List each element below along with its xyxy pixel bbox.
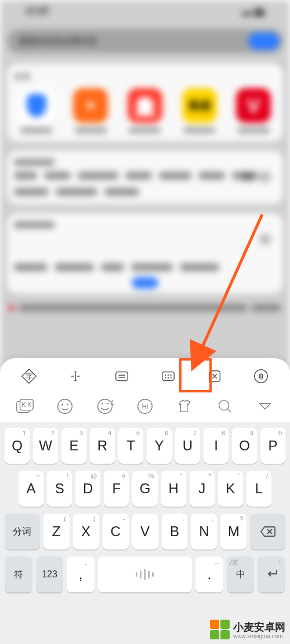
key-x[interactable]: )X xyxy=(73,514,99,550)
svg-text:K K: K K xyxy=(21,402,31,408)
keyboard-switch-icon[interactable] xyxy=(156,364,180,388)
status-indicators: ▬ ▮▮ xyxy=(242,6,264,17)
emoji-laugh-icon[interactable] xyxy=(85,394,125,419)
global-search[interactable]: 搜索本机和全网内容 xyxy=(7,29,283,53)
hot-chip[interactable] xyxy=(55,263,94,271)
segment-key[interactable]: 分词 xyxy=(5,514,40,550)
key-y[interactable]: 6Y xyxy=(147,428,172,464)
key-t[interactable]: 5T xyxy=(118,428,143,464)
key-s[interactable]: !S xyxy=(47,471,72,507)
history-chip[interactable] xyxy=(78,172,118,180)
app-item[interactable] xyxy=(68,88,114,133)
key-u[interactable]: 7U xyxy=(175,428,200,464)
play-icon xyxy=(73,88,108,123)
space-key[interactable] xyxy=(98,556,192,592)
tshirt-icon[interactable] xyxy=(165,394,205,419)
tutorial-highlight xyxy=(179,358,212,392)
svg-point-7 xyxy=(171,374,172,376)
kk-icon[interactable]: K K xyxy=(5,394,45,419)
hot-chip[interactable] xyxy=(101,263,124,271)
apps-card: 应用 xyxy=(7,64,283,141)
history-chip[interactable] xyxy=(159,172,191,180)
key-f[interactable]: #F xyxy=(104,471,129,507)
key-i[interactable]: 8I xyxy=(204,428,229,464)
enter-icon xyxy=(264,567,279,581)
key-r[interactable]: 4R xyxy=(90,428,115,464)
app-item[interactable] xyxy=(14,88,59,133)
key-k[interactable]: 'K xyxy=(218,471,243,507)
key-h[interactable]: "H xyxy=(161,471,186,507)
hot-chip[interactable] xyxy=(14,263,48,271)
cursor-icon[interactable] xyxy=(63,364,88,388)
voice-wave-icon[interactable] xyxy=(249,364,273,388)
search-go-button[interactable] xyxy=(248,32,280,50)
weibo-icon xyxy=(128,88,162,123)
status-time: 17:07 xyxy=(26,6,49,17)
svg-point-9 xyxy=(168,377,169,379)
clipboard-icon[interactable] xyxy=(110,364,134,388)
backspace-icon xyxy=(260,526,276,537)
hot-more-button[interactable] xyxy=(132,277,158,289)
watermark-title: 小麦安卓网 xyxy=(233,621,285,633)
key-p[interactable]: 0P xyxy=(260,428,285,464)
period-key[interactable]: ... . xyxy=(195,556,223,592)
emoji-wink-icon[interactable] xyxy=(45,394,85,419)
history-chip[interactable] xyxy=(125,172,152,180)
svg-point-16 xyxy=(57,399,72,414)
history-chip[interactable] xyxy=(14,172,37,180)
search-icon[interactable] xyxy=(205,394,245,419)
hot-chip[interactable] xyxy=(131,263,173,271)
key-q[interactable]: 1Q xyxy=(5,428,30,464)
hi-icon[interactable]: Hi xyxy=(125,394,165,419)
key-v[interactable]: _V xyxy=(132,514,158,550)
card-action-icon[interactable] xyxy=(260,234,270,245)
svg-text:Hi: Hi xyxy=(142,403,148,410)
key-l[interactable]: /L xyxy=(246,471,271,507)
app-item[interactable] xyxy=(177,88,222,133)
key-z[interactable]: (Z xyxy=(44,514,70,550)
comma-key[interactable]: 。 , xyxy=(67,556,95,592)
history-chip[interactable] xyxy=(198,172,225,180)
status-bar: 17:07 ▬ ▮▮ xyxy=(5,0,285,23)
history-chip[interactable] xyxy=(44,172,71,180)
key-b[interactable]: :B xyxy=(162,514,188,550)
symbols-key[interactable]: 符 xyxy=(5,556,32,592)
app-item[interactable] xyxy=(122,88,168,133)
news-line[interactable] xyxy=(9,304,281,312)
history-card-title xyxy=(14,159,55,166)
app-item[interactable] xyxy=(231,88,276,133)
card-action-icon[interactable] xyxy=(260,172,270,182)
mic-icon xyxy=(136,569,154,580)
hot-chip[interactable] xyxy=(180,263,219,271)
history-chip[interactable] xyxy=(56,188,97,196)
key-n[interactable]: ;N xyxy=(191,514,217,550)
watermark-logo-icon xyxy=(210,620,230,639)
svg-point-17 xyxy=(61,404,63,406)
key-g[interactable]: %G xyxy=(132,471,157,507)
key-c[interactable]: -C xyxy=(103,514,129,550)
backspace-key[interactable] xyxy=(250,514,285,550)
enter-key[interactable]: + xyxy=(258,556,285,592)
key-d[interactable]: @D xyxy=(75,471,100,507)
key-a[interactable]: ~A xyxy=(19,471,44,507)
history-chip[interactable] xyxy=(104,188,139,196)
key-m[interactable]: ?M xyxy=(220,514,246,550)
key-e[interactable]: 3E xyxy=(61,428,86,464)
key-j[interactable]: *J xyxy=(190,471,215,507)
svg-point-10 xyxy=(171,377,172,379)
lang-switch-key[interactable]: /英 中 xyxy=(227,556,255,592)
history-chip[interactable] xyxy=(14,188,49,196)
key-w[interactable]: 2W xyxy=(33,428,58,464)
hot-card xyxy=(7,213,283,293)
search-placeholder: 搜索本机和全网内容 xyxy=(19,36,97,47)
vmall-icon xyxy=(236,88,271,123)
svg-point-6 xyxy=(168,374,169,376)
dropdown-icon[interactable] xyxy=(245,394,285,419)
hot-card-title xyxy=(14,221,55,228)
svg-rect-3 xyxy=(116,372,128,381)
key-o[interactable]: 9O xyxy=(232,428,257,464)
zi-icon[interactable]: 字 xyxy=(17,364,41,388)
ime-toolbar-secondary: K K Hi xyxy=(0,391,290,422)
card-action-icon[interactable] xyxy=(242,172,253,182)
numbers-key[interactable]: 123 xyxy=(36,556,64,592)
